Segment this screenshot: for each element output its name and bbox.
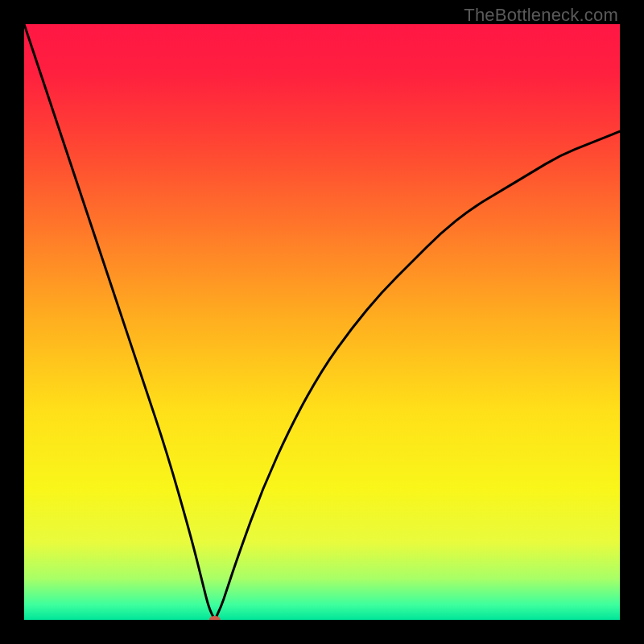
bottleneck-chart [24,24,620,620]
chart-frame [24,24,620,620]
watermark-text: TheBottleneck.com [464,5,618,26]
chart-background-gradient [24,24,620,620]
